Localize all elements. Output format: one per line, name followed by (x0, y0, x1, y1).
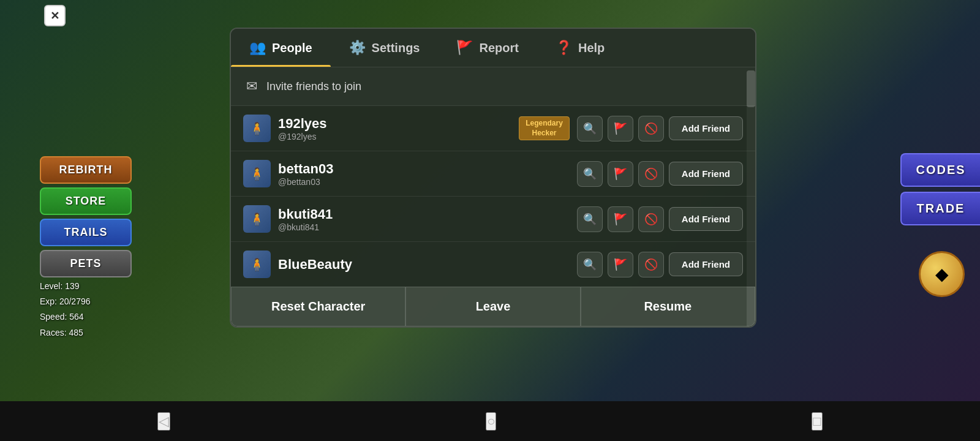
add-friend-bettan03[interactable]: Add Friend (669, 162, 743, 186)
trails-button[interactable]: TRAILS (40, 219, 132, 246)
player-row: 🧍 bkuti841 @bkuti841 🔍 🚩 🚫 Add Friend (231, 197, 755, 242)
settings-tab-icon: ⚙️ (349, 40, 366, 56)
reset-character-button[interactable]: Reset Character (231, 287, 405, 326)
block-bluebeauty[interactable]: 🚫 (638, 252, 664, 277)
people-tab-icon: 👥 (249, 40, 266, 56)
nav-recent-button[interactable]: □ (812, 412, 822, 431)
stat-races: Races: 485 (40, 325, 91, 341)
stat-exp: Exp: 20/2796 (40, 294, 91, 309)
avatar-192lyes: 🧍 (243, 115, 271, 142)
invite-row[interactable]: ✉ Invite friends to join (231, 67, 755, 106)
tab-report-label: Report (479, 41, 518, 55)
tab-settings[interactable]: ⚙️ Settings (331, 29, 439, 67)
invite-icon: ✉ (246, 78, 257, 94)
player-name-bluebeauty: BlueBeauty (278, 257, 570, 273)
nav-home-button[interactable]: ○ (486, 412, 496, 431)
coin-icon: ◆ (935, 264, 949, 284)
tab-report[interactable]: 🚩 Report (438, 29, 537, 67)
codes-button[interactable]: CODES (900, 153, 980, 187)
add-friend-bkuti841[interactable]: Add Friend (669, 207, 743, 231)
player-row: 🧍 BlueBeauty 🔍 🚩 🚫 Add Friend (231, 242, 755, 287)
tab-people[interactable]: 👥 People (231, 29, 331, 67)
player-name-192lyes: 192lyes (278, 116, 511, 132)
add-friend-192lyes[interactable]: Add Friend (669, 116, 743, 140)
avatar-bkuti841: 🧍 (243, 205, 271, 233)
trade-button[interactable]: TRADE (900, 192, 980, 225)
tab-help-label: Help (578, 41, 605, 55)
bottom-buttons: Reset Character Leave Resume (231, 287, 755, 326)
close-icon: ✕ (50, 9, 59, 23)
pets-button[interactable]: PETS (40, 250, 132, 277)
people-modal: 👥 People ⚙️ Settings 🚩 Report ❓ Help ✉ I… (230, 28, 756, 328)
player-handle-bkuti841: @bkuti841 (278, 222, 570, 232)
avatar-bluebeauty: 🧍 (243, 251, 271, 278)
player-info-192lyes: 192lyes @192lyes (278, 116, 511, 141)
inspect-bettan03[interactable]: 🔍 (577, 161, 603, 187)
player-handle-192lyes: @192lyes (278, 132, 511, 141)
leave-button[interactable]: Leave (405, 287, 580, 326)
player-stats: Level: 139 Exp: 20/2796 Speed: 564 Races… (40, 279, 91, 341)
left-sidebar: REBIRTH STORE TRAILS PETS (40, 156, 132, 277)
add-friend-bluebeauty[interactable]: Add Friend (669, 252, 743, 276)
right-sidebar: CODES TRADE (900, 153, 980, 225)
flag-bettan03[interactable]: 🚩 (608, 161, 633, 187)
nav-back-button[interactable]: ◁ (157, 412, 170, 431)
player-info-bluebeauty: BlueBeauty (278, 257, 570, 273)
tab-help[interactable]: ❓ Help (537, 29, 623, 67)
player-row: 🧍 bettan03 @bettan03 🔍 🚩 🚫 Add Friend (231, 151, 755, 197)
store-button[interactable]: STORE (40, 187, 132, 215)
block-bkuti841[interactable]: 🚫 (638, 206, 664, 232)
tab-settings-label: Settings (372, 41, 420, 55)
stat-speed: Speed: 564 (40, 309, 91, 325)
player-name-bkuti841: bkuti841 (278, 206, 570, 222)
android-nav: ◁ ○ □ (0, 401, 980, 441)
modal-content: ✉ Invite friends to join 🧍 192lyes @192l… (231, 67, 755, 287)
player-row: 🧍 192lyes @192lyes LegendaryHecker 🔍 🚩 🚫… (231, 106, 755, 151)
avatar-bettan03: 🧍 (243, 160, 271, 187)
inspect-192lyes[interactable]: 🔍 (577, 116, 603, 141)
rebirth-button[interactable]: REBIRTH (40, 156, 132, 184)
player-info-bkuti841: bkuti841 @bkuti841 (278, 206, 570, 232)
inspect-bluebeauty[interactable]: 🔍 (577, 252, 603, 277)
report-tab-icon: 🚩 (456, 40, 473, 56)
resume-button[interactable]: Resume (581, 287, 755, 326)
tab-people-label: People (272, 41, 312, 55)
player-name-bettan03: bettan03 (278, 161, 570, 177)
player-badge-192lyes: LegendaryHecker (519, 116, 570, 140)
player-handle-bettan03: @bettan03 (278, 177, 570, 187)
flag-192lyes[interactable]: 🚩 (608, 116, 633, 141)
stat-level: Level: 139 (40, 279, 91, 294)
player-actions-bettan03: 🔍 🚩 🚫 Add Friend (577, 161, 743, 187)
player-actions-bkuti841: 🔍 🚩 🚫 Add Friend (577, 206, 743, 232)
player-actions-bluebeauty: 🔍 🚩 🚫 Add Friend (577, 252, 743, 277)
block-bettan03[interactable]: 🚫 (638, 161, 664, 187)
coin-button[interactable]: ◆ (919, 251, 965, 297)
invite-text: Invite friends to join (266, 80, 361, 93)
help-tab-icon: ❓ (556, 40, 572, 56)
block-192lyes[interactable]: 🚫 (638, 116, 664, 141)
inspect-bkuti841[interactable]: 🔍 (577, 206, 603, 232)
close-button[interactable]: ✕ (44, 5, 66, 26)
tab-bar: 👥 People ⚙️ Settings 🚩 Report ❓ Help (231, 29, 755, 67)
player-info-bettan03: bettan03 @bettan03 (278, 161, 570, 187)
flag-bkuti841[interactable]: 🚩 (608, 206, 633, 232)
flag-bluebeauty[interactable]: 🚩 (608, 252, 633, 277)
player-actions-192lyes: 🔍 🚩 🚫 Add Friend (577, 116, 743, 141)
